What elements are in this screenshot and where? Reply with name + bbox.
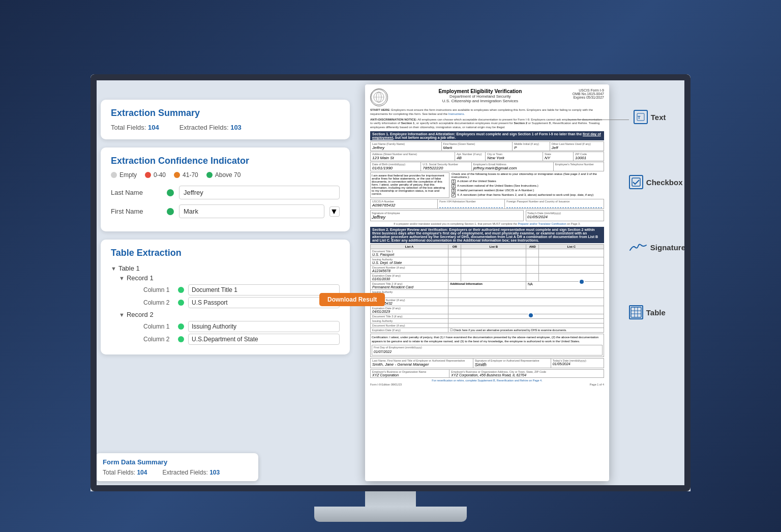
svg-text:T: T bbox=[638, 115, 641, 120]
legend-0-40: 0-40 bbox=[145, 171, 166, 179]
i9-firstname-field: First Name (Given Name) Mark bbox=[442, 142, 513, 151]
blue-dot-1 bbox=[528, 312, 534, 318]
signature-label: Signature bbox=[650, 243, 685, 252]
first-name-row: First Name Mark ▼ bbox=[111, 204, 340, 218]
table-1-node[interactable]: ▼ Table 1 bbox=[111, 263, 340, 273]
col1-dot-r1 bbox=[178, 287, 184, 293]
col2-input-r2[interactable] bbox=[188, 334, 340, 345]
i9-header: Employment Eligibility Verification Depa… bbox=[370, 88, 604, 106]
low-dot bbox=[145, 172, 151, 178]
fsr-total-label: Total Fields: 104 bbox=[103, 469, 147, 476]
last-name-input[interactable]: Jeffrey bbox=[179, 186, 340, 199]
first-name-input[interactable]: Mark bbox=[179, 204, 324, 218]
col2-dot-r2 bbox=[178, 336, 184, 342]
i9-mi-field: Middle Initial (if any) P bbox=[513, 142, 550, 151]
i9-lastname-field: Last Name (Family Name) Jeffrey bbox=[371, 142, 442, 151]
form-summary-title: Form Data Summary bbox=[103, 458, 251, 466]
mid-label: 41-70 bbox=[183, 171, 198, 179]
checkbox-icon bbox=[629, 175, 643, 189]
monitor-stand bbox=[365, 489, 416, 507]
form-summary-row: Total Fields: 104 Extracted Fields: 103 bbox=[103, 469, 251, 476]
i9-dob-field: Date of Birth (mm/dd/yyyy) 01/01/1990 bbox=[371, 162, 421, 171]
document-area: Employment Eligibility Verification Depa… bbox=[365, 84, 680, 481]
i9-employer-row: Last Name, First Name and Title of Emplo… bbox=[370, 358, 604, 368]
signature-icon bbox=[629, 240, 647, 254]
table-1-label: Table 1 bbox=[118, 264, 140, 272]
i9-dept: Department of Homeland Security bbox=[393, 94, 567, 99]
i9-email-field: Employee's Email Address jeffrey.mark@gm… bbox=[472, 162, 554, 171]
i9-expires: Expires 05/31/2027 bbox=[573, 96, 604, 99]
confidence-panel: Extraction Confidence Indicator Empty 0-… bbox=[101, 147, 350, 231]
monitor-frame: Extraction Summary Total Fields: 104 Ext… bbox=[60, 74, 721, 532]
annotation-bar: T Text bbox=[568, 110, 685, 319]
last-name-indicator bbox=[167, 189, 174, 196]
col1-input-r1[interactable] bbox=[188, 284, 340, 295]
i9-i94-field: Form I-94 Admission Number bbox=[438, 199, 505, 209]
screen-content: Extraction Summary Total Fields: 104 Ext… bbox=[91, 74, 690, 491]
record-2-container: ▼ Record 2 Column 1 Column 2 bbox=[119, 310, 340, 345]
empty-dot bbox=[111, 172, 117, 178]
table-tree: ▼ Table 1 ▼ Record 1 Column 1 bbox=[111, 263, 340, 345]
text-annotation: T Text bbox=[568, 110, 685, 124]
mid-dot bbox=[174, 172, 180, 178]
blue-dot-2 bbox=[579, 279, 585, 285]
record-1-label: Record 1 bbox=[127, 274, 154, 282]
confidence-legend: Empty 0-40 41-70 Above 70 bbox=[111, 171, 340, 179]
checkbox-label: Checkbox bbox=[646, 178, 683, 187]
high-label: Above 70 bbox=[215, 171, 241, 179]
svg-rect-6 bbox=[631, 307, 641, 317]
i9-address-field: Address (Street Number and Name) 123 Mai… bbox=[371, 152, 455, 161]
total-fields-label: Total Fields: 104 bbox=[111, 124, 159, 131]
text-label: Text bbox=[651, 113, 666, 122]
i9-form-name: USCIS Form I-9 bbox=[573, 88, 604, 92]
confidence-title: Extraction Confidence Indicator bbox=[111, 156, 340, 166]
i9-employee-sig: Signature of Employee Jeffrey bbox=[370, 210, 524, 221]
i9-apt-field: Apt. Number (if any) 4B bbox=[455, 152, 486, 161]
col2-label-r1: Column 2 bbox=[143, 299, 174, 306]
col1-row-r1: Column 1 bbox=[143, 284, 340, 295]
col1-label-r1: Column 1 bbox=[143, 286, 174, 293]
legend-empty: Empty bbox=[111, 171, 137, 179]
uscis-logo bbox=[370, 88, 388, 106]
monitor-base bbox=[314, 507, 467, 522]
col2-input-r1[interactable] bbox=[188, 297, 340, 308]
col2-row-r2: Column 2 bbox=[143, 334, 340, 345]
col2-label-r2: Column 2 bbox=[143, 336, 174, 343]
i9-omb: OMB No.1615-0047 bbox=[573, 92, 604, 96]
first-name-indicator bbox=[167, 208, 174, 215]
i9-title-block: Employment Eligibility Verification Depa… bbox=[388, 88, 573, 103]
last-name-row: Last Name Jeffrey bbox=[111, 186, 340, 199]
i9-city-field: City or Town New York bbox=[486, 152, 543, 161]
download-result-button[interactable]: Download Result bbox=[319, 293, 385, 306]
col1-label-r2: Column 1 bbox=[143, 323, 174, 330]
table-extraction-panel: Table Extraction ▼ Table 1 ▼ Record 1 bbox=[101, 240, 350, 354]
i9-agency: U.S. Citizenship and Immigration Service… bbox=[393, 99, 567, 103]
col1-input-r2[interactable] bbox=[188, 321, 340, 332]
i9-business-row: Employer's Business or Organization Name… bbox=[370, 369, 604, 378]
extraction-summary-panel: Extraction Summary Total Fields: 104 Ext… bbox=[101, 100, 350, 139]
fsr-extracted-label: Extracted Fields: 103 bbox=[162, 469, 220, 476]
record-1-node[interactable]: ▼ Record 1 bbox=[119, 273, 340, 283]
legend-above-70: Above 70 bbox=[206, 171, 241, 179]
i9-main-title: Employment Eligibility Verification bbox=[393, 88, 567, 94]
first-name-label: First Name bbox=[111, 208, 162, 215]
i9-footer: For reverification or rehire, complete S… bbox=[370, 379, 604, 382]
record-2-node[interactable]: ▼ Record 2 bbox=[119, 310, 340, 319]
record-2-label: Record 2 bbox=[127, 311, 154, 318]
high-dot bbox=[206, 172, 213, 178]
empty-label: Empty bbox=[119, 171, 137, 179]
first-name-dropdown[interactable]: ▼ bbox=[329, 206, 340, 217]
i9-ssn-field: U.S. Social Security Number 785522220 bbox=[421, 162, 471, 171]
low-label: 0-40 bbox=[154, 171, 166, 179]
table-icon bbox=[629, 305, 643, 319]
col1-row-r2: Column 1 bbox=[143, 321, 340, 332]
signature-annotation: Signature bbox=[568, 240, 685, 254]
text-icon: T bbox=[634, 110, 648, 124]
checkbox-annotation: Checkbox bbox=[568, 175, 685, 189]
col2-row-r1: Column 2 bbox=[143, 297, 340, 308]
table-label: Table bbox=[646, 308, 666, 317]
i9-form-number: USCIS Form I-9 OMB No.1615-0047 Expires … bbox=[573, 88, 604, 99]
form-data-summary: Form Data Summary Total Fields: 104 Extr… bbox=[96, 453, 258, 481]
i9-cert-section: Certification: I attest, under penalty o… bbox=[370, 334, 604, 357]
extraction-summary-title: Extraction Summary bbox=[111, 108, 340, 119]
